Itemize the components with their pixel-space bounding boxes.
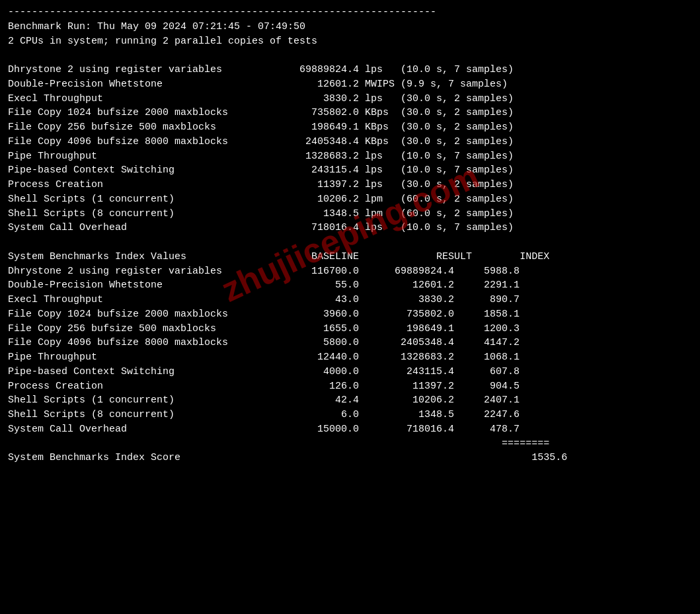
- index-table: System Benchmarks Index Values BASELINE …: [8, 250, 692, 465]
- benchmark-run-line: Benchmark Run: Thu May 09 2024 07:21:45 …: [8, 21, 305, 32]
- benchmarks-list: Dhrystone 2 using register variables 698…: [8, 63, 692, 235]
- terminal-output: ----------------------------------------…: [8, 5, 692, 63]
- index-header-row: System Benchmarks Index Values BASELINE …: [8, 251, 549, 262]
- benchmark-row: Execl Throughput 3830.2 lps (30.0 s, 2 s…: [8, 93, 514, 104]
- index-data-row: File Copy 256 bufsize 500 maxblocks 1655…: [8, 323, 520, 334]
- index-data-row: Execl Throughput 43.0 3830.2 890.7: [8, 294, 520, 305]
- equals-line: ========: [8, 438, 549, 449]
- benchmark-row: Double-Precision Whetstone 12601.2 MWIPS…: [8, 79, 508, 90]
- benchmarks-section: Dhrystone 2 using register variables 698…: [8, 63, 692, 235]
- index-data-row: File Copy 4096 bufsize 8000 maxblocks 58…: [8, 337, 520, 348]
- benchmark-row: Pipe Throughput 1328683.2 lps (10.0 s, 7…: [8, 151, 514, 162]
- benchmark-row: Dhrystone 2 using register variables 698…: [8, 64, 514, 75]
- blank-line: [8, 235, 692, 250]
- index-data-row: Double-Precision Whetstone 55.0 12601.2 …: [8, 280, 520, 291]
- benchmark-row: Shell Scripts (1 concurrent) 10206.2 lpm…: [8, 194, 514, 205]
- index-data-row: Pipe-based Context Switching 4000.0 2431…: [8, 366, 520, 377]
- index-section: System Benchmarks Index Values BASELINE …: [8, 250, 692, 465]
- index-data-row: Process Creation 126.0 11397.2 904.5: [8, 381, 520, 392]
- benchmark-row: File Copy 256 bufsize 500 maxblocks 1986…: [8, 122, 514, 133]
- index-data-row: Dhrystone 2 using register variables 116…: [8, 266, 520, 277]
- benchmark-row: Shell Scripts (8 concurrent) 1348.5 lpm …: [8, 208, 514, 219]
- index-data-row: System Call Overhead 15000.0 718016.4 47…: [8, 424, 520, 435]
- index-data-row: Shell Scripts (8 concurrent) 6.0 1348.5 …: [8, 409, 520, 420]
- index-data-row: Pipe Throughput 12440.0 1328683.2 1068.1: [8, 352, 520, 363]
- score-line: System Benchmarks Index Score 1535.6: [8, 452, 567, 463]
- index-data-row: File Copy 1024 bufsize 2000 maxblocks 39…: [8, 309, 520, 320]
- separator-line: ----------------------------------------…: [8, 7, 436, 18]
- benchmark-row: Process Creation 11397.2 lps (30.0 s, 2 …: [8, 179, 514, 190]
- benchmark-row: Pipe-based Context Switching 243115.4 lp…: [8, 165, 514, 176]
- index-data-row: Shell Scripts (1 concurrent) 42.4 10206.…: [8, 395, 520, 406]
- benchmark-row: System Call Overhead 718016.4 lps (10.0 …: [8, 222, 514, 233]
- benchmark-row: File Copy 1024 bufsize 2000 maxblocks 73…: [8, 107, 514, 118]
- benchmark-row: File Copy 4096 bufsize 8000 maxblocks 24…: [8, 136, 514, 147]
- cpu-info-line: 2 CPUs in system; running 2 parallel cop…: [8, 36, 317, 47]
